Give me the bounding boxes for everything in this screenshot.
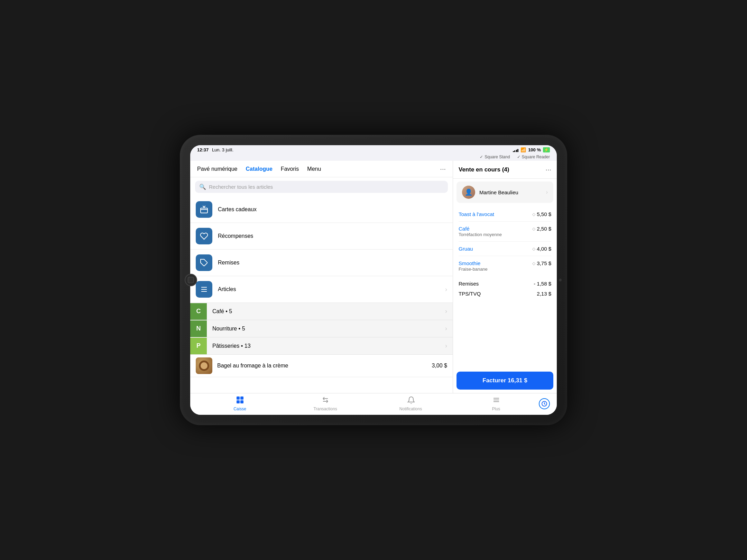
tps-label: TPS/TVQ xyxy=(459,291,481,297)
category-list: Cartes cadeaux Récompenses xyxy=(190,196,453,393)
checkout-button[interactable]: Facturer 16,31 $ xyxy=(456,372,553,390)
status-bar: 12:37 Lun. 3 juill. 📶 100 % ⚡ xyxy=(190,145,557,154)
left-panel: Pavé numérique Catalogue Favoris Menu ··… xyxy=(190,161,453,393)
order-item-cafe[interactable]: Café Torréfaction moyenne ◇ 2,50 $ xyxy=(453,223,557,240)
category-recompenses[interactable]: Récompenses xyxy=(190,223,453,250)
tab-notifications[interactable]: Notifications xyxy=(368,396,453,411)
device-status-bar: ✓ Square Stand ✓ Square Reader xyxy=(190,154,557,161)
tab-transactions[interactable]: Transactions xyxy=(283,396,368,411)
smoothie-price-icon: ◇ xyxy=(532,261,535,266)
smoothie-price: ◇ 3,75 $ xyxy=(532,260,551,266)
gruau-price: ◇ 4,00 $ xyxy=(532,246,551,252)
nav-more-button[interactable]: ··· xyxy=(440,165,446,173)
section-letter-n: N xyxy=(190,320,207,337)
rewards-icon xyxy=(196,228,212,244)
home-button[interactable] xyxy=(185,274,197,286)
customer-avatar: 👤 xyxy=(462,186,475,199)
section-letter-c: C xyxy=(190,303,207,320)
catalog-section-patisseries: P Pâtisseries • 13 › xyxy=(190,337,453,355)
battery-icon: ⚡ xyxy=(543,147,550,152)
top-nav: Pavé numérique Catalogue Favoris Menu ··… xyxy=(190,161,453,177)
cafe-section-item[interactable]: Café • 5 › xyxy=(207,303,453,320)
svg-rect-7 xyxy=(237,400,240,403)
plus-label: Plus xyxy=(492,407,500,411)
customer-name: Martine Beaulieu xyxy=(479,189,546,195)
status-right: 📶 100 % ⚡ xyxy=(513,147,550,152)
remises-total-value: - 1,58 $ xyxy=(534,281,551,287)
tps-value: 2,13 $ xyxy=(537,291,551,297)
signal-icon xyxy=(513,148,519,152)
tps-row: TPS/TVQ 2,13 $ xyxy=(453,289,557,299)
remises-total-label: Remises xyxy=(459,281,479,287)
device-check-square-stand: ✓ Square Stand xyxy=(480,155,510,159)
tablet-shell: 12:37 Lun. 3 juill. 📶 100 % ⚡ ✓ Square S… xyxy=(180,135,567,425)
tab-plus[interactable]: Plus xyxy=(453,396,539,411)
menu-icon xyxy=(492,396,500,405)
toast-price: ◇ 5,50 $ xyxy=(532,211,551,217)
remises-row: Remises - 1,58 $ xyxy=(453,279,557,289)
catalog-section-cafe: C Café • 5 › xyxy=(190,303,453,320)
bell-icon xyxy=(407,396,415,405)
discount-icon xyxy=(196,254,212,271)
nav-catalogue[interactable]: Catalogue xyxy=(246,166,273,172)
customer-row[interactable]: 👤 Martine Beaulieu › xyxy=(456,181,553,203)
arrows-icon xyxy=(322,396,329,405)
cafe-price-icon: ◇ xyxy=(532,226,535,231)
smoothie-name: Smoothie xyxy=(459,260,532,266)
articles-chevron: › xyxy=(445,286,447,293)
recompenses-label: Récompenses xyxy=(218,233,447,239)
catalog-section-nourriture: N Nourriture • 5 › xyxy=(190,320,453,337)
svg-rect-5 xyxy=(237,396,240,400)
bottom-bar: Caisse Transactions No xyxy=(190,393,557,415)
category-remises[interactable]: Remises xyxy=(190,250,453,276)
notifications-label: Notifications xyxy=(399,407,422,411)
nourriture-section-item[interactable]: Nourriture • 5 › xyxy=(207,320,453,337)
battery-text: 100 % xyxy=(528,147,541,152)
search-input[interactable]: Rechercher tous les articles xyxy=(209,184,273,190)
cafe-chevron: › xyxy=(445,308,447,315)
home-button-inner xyxy=(188,277,194,283)
bagel-image xyxy=(196,357,212,374)
cafe-label: Café • 5 xyxy=(212,308,445,315)
nourriture-chevron: › xyxy=(445,325,447,332)
status-date: Lun. 3 juill. xyxy=(212,147,233,152)
screen: 12:37 Lun. 3 juill. 📶 100 % ⚡ ✓ Square S… xyxy=(190,145,557,415)
cart-header: Vente en cours (4) ··· xyxy=(453,161,557,179)
bagel-price: 3,00 $ xyxy=(432,363,447,369)
cafe-price: ◇ 2,50 $ xyxy=(532,226,551,232)
patisseries-section-item[interactable]: Pâtisseries • 13 › xyxy=(207,337,453,354)
tab-caisse[interactable]: Caisse xyxy=(197,396,283,411)
cafe-item-sub: Torréfaction moyenne xyxy=(459,232,532,237)
device-check-square-reader: ✓ Square Reader xyxy=(517,155,550,159)
grid-icon xyxy=(236,396,244,405)
right-panel: Vente en cours (4) ··· 👤 Martine Beaulie… xyxy=(453,161,557,393)
caisse-label: Caisse xyxy=(233,407,246,411)
gruau-name: Gruau xyxy=(459,246,532,252)
patisseries-label: Pâtisseries • 13 xyxy=(212,343,445,349)
category-articles[interactable]: Articles › xyxy=(190,276,453,303)
customer-chevron: › xyxy=(546,189,548,195)
nav-favoris[interactable]: Favoris xyxy=(281,166,299,172)
camera-dot xyxy=(559,279,562,281)
cart-more-button[interactable]: ··· xyxy=(545,166,551,174)
category-cartes-cadeaux[interactable]: Cartes cadeaux xyxy=(190,196,453,223)
nav-menu[interactable]: Menu xyxy=(307,166,321,172)
nav-pave-numerique[interactable]: Pavé numérique xyxy=(197,166,238,172)
svg-rect-0 xyxy=(201,208,208,213)
remises-label: Remises xyxy=(218,260,447,266)
svg-rect-8 xyxy=(240,400,243,403)
nourriture-label: Nourriture • 5 xyxy=(212,326,445,332)
order-item-smoothie[interactable]: Smoothie Fraise-banane ◇ 3,75 $ xyxy=(453,258,557,274)
patisseries-chevron: › xyxy=(445,342,447,349)
search-bar[interactable]: 🔍 Rechercher tous les articles xyxy=(195,181,448,193)
order-items: Toast à l'avocat ◇ 5,50 $ Café Torréfact… xyxy=(453,206,557,368)
main-content: Pavé numérique Catalogue Favoris Menu ··… xyxy=(190,161,557,393)
product-bagel[interactable]: Bagel au fromage à la crème 3,00 $ xyxy=(190,355,453,377)
wifi-icon: 📶 xyxy=(520,147,526,152)
order-item-toast[interactable]: Toast à l'avocat ◇ 5,50 $ xyxy=(453,208,557,220)
transactions-label: Transactions xyxy=(313,407,337,411)
gruau-price-icon: ◇ xyxy=(532,246,535,251)
cart-title: Vente en cours (4) xyxy=(459,166,509,173)
clock-button[interactable] xyxy=(539,398,550,409)
order-item-gruau[interactable]: Gruau ◇ 4,00 $ xyxy=(453,243,557,254)
